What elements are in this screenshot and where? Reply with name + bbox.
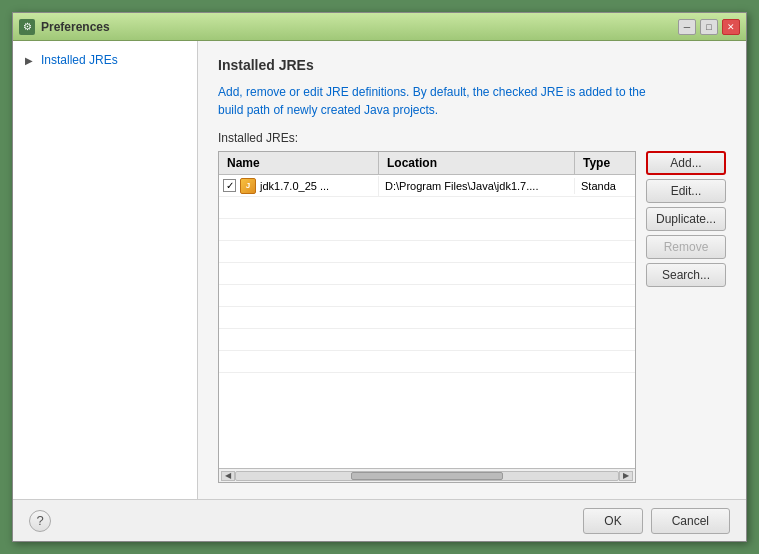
ok-button[interactable]: OK	[583, 508, 642, 534]
table-row-empty	[219, 285, 635, 307]
footer-left: ?	[29, 510, 51, 532]
col-header-location: Location	[379, 152, 575, 174]
description-java: Java	[364, 103, 389, 117]
col-header-type: Type	[575, 152, 635, 174]
table-row[interactable]: ✓ J jdk1.7.0_25 ... D:\Program Files\Jav…	[219, 175, 635, 197]
table-body: ✓ J jdk1.7.0_25 ... D:\Program Files\Jav…	[219, 175, 635, 468]
description: Add, remove or edit JRE definitions. By …	[218, 83, 726, 119]
table-row-empty	[219, 197, 635, 219]
window-footer: ? OK Cancel	[13, 499, 746, 541]
title-controls: ─ □ ✕	[678, 19, 740, 35]
footer-right: OK Cancel	[583, 508, 730, 534]
scroll-left-button[interactable]: ◀	[221, 471, 235, 481]
list-label: Installed JREs:	[218, 131, 726, 145]
row-checkbox[interactable]: ✓	[223, 179, 236, 192]
sidebar-item-label: Installed JREs	[41, 53, 118, 67]
col-header-name: Name	[219, 152, 379, 174]
cell-location: D:\Program Files\Java\jdk1.7....	[379, 178, 575, 194]
window-body: ▶ Installed JREs Installed JREs Add, rem…	[13, 41, 746, 499]
table-header: Name Location Type	[219, 152, 635, 175]
close-button[interactable]: ✕	[722, 19, 740, 35]
table-area: Name Location Type ✓ J jdk1.7.0_25 ...	[218, 151, 726, 483]
table-row-empty	[219, 219, 635, 241]
description-line1: Add, remove or edit JRE definitions. By …	[218, 85, 646, 99]
edit-button[interactable]: Edit...	[646, 179, 726, 203]
title-bar: ⚙ Preferences ─ □ ✕	[13, 13, 746, 41]
scroll-right-button[interactable]: ▶	[619, 471, 633, 481]
scrollbar-thumb[interactable]	[351, 472, 504, 480]
preferences-window: ⚙ Preferences ─ □ ✕ ▶ Installed JREs Ins…	[12, 12, 747, 542]
horizontal-scrollbar[interactable]: ◀ ▶	[219, 468, 635, 482]
description-line2: build path of newly created	[218, 103, 361, 117]
table-row-empty	[219, 241, 635, 263]
maximize-button[interactable]: □	[700, 19, 718, 35]
sidebar-arrow-icon: ▶	[25, 55, 37, 66]
remove-button[interactable]: Remove	[646, 235, 726, 259]
sidebar-item-installed-jres[interactable]: ▶ Installed JREs	[17, 49, 193, 71]
cancel-button[interactable]: Cancel	[651, 508, 730, 534]
jre-table: Name Location Type ✓ J jdk1.7.0_25 ...	[218, 151, 636, 483]
table-row-empty	[219, 307, 635, 329]
section-title: Installed JREs	[218, 57, 726, 73]
table-row-empty	[219, 351, 635, 373]
search-button[interactable]: Search...	[646, 263, 726, 287]
description-line3: projects.	[393, 103, 438, 117]
table-row-empty	[219, 263, 635, 285]
jre-icon: J	[240, 178, 256, 194]
window-title: Preferences	[41, 20, 678, 34]
jre-name: jdk1.7.0_25 ...	[260, 180, 329, 192]
sidebar: ▶ Installed JREs	[13, 41, 198, 499]
minimize-button[interactable]: ─	[678, 19, 696, 35]
scrollbar-track[interactable]	[235, 471, 619, 481]
action-buttons: Add... Edit... Duplicate... Remove Searc…	[646, 151, 726, 483]
duplicate-button[interactable]: Duplicate...	[646, 207, 726, 231]
cell-type: Standa	[575, 178, 635, 194]
cell-name: ✓ J jdk1.7.0_25 ...	[219, 176, 379, 196]
table-row-empty	[219, 329, 635, 351]
add-button[interactable]: Add...	[646, 151, 726, 175]
window-icon: ⚙	[19, 19, 35, 35]
help-button[interactable]: ?	[29, 510, 51, 532]
main-content: Installed JREs Add, remove or edit JRE d…	[198, 41, 746, 499]
